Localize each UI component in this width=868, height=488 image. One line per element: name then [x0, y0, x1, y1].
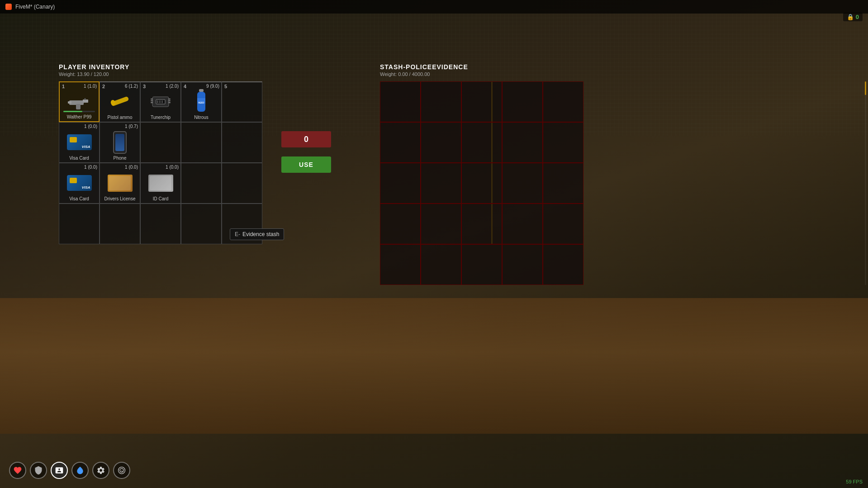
stash-slot-r2-4[interactable]	[502, 122, 543, 163]
stash-slot-r1-5[interactable]	[543, 81, 583, 122]
stash-slot-r3-5[interactable]	[543, 163, 583, 204]
slot-count-visa1: 1 (0.0)	[84, 124, 97, 129]
stash-slot-r1-1[interactable]	[380, 81, 421, 122]
quantity-input[interactable]: 0	[281, 131, 331, 147]
inv-slot-r3-5[interactable]	[222, 163, 262, 204]
svg-rect-12	[151, 99, 153, 99]
tooltip-container: E-Evidence stash	[230, 228, 284, 240]
stash-slot-r5-2[interactable]	[421, 244, 461, 285]
slot-count-phone: 1 (0.7)	[125, 124, 138, 129]
slot-label-phone: Phone	[114, 156, 127, 161]
hotbar-slot-5[interactable]: 5	[222, 81, 262, 122]
hud-o2-icon[interactable]: O₂	[113, 462, 130, 479]
slot-number-3: 3	[143, 84, 146, 89]
slot-label-2: Pistol ammo	[107, 115, 132, 120]
inv-slot-idcard[interactable]: 1 (0.0) ID Card	[140, 163, 181, 204]
drivers-license-icon	[108, 171, 133, 195]
inv-slot-r4-3[interactable]	[140, 204, 181, 244]
stash-slot-r1-3[interactable]	[461, 81, 502, 122]
inv-slot-r2-5[interactable]	[222, 122, 262, 163]
stash-slot-r3-4[interactable]	[502, 163, 543, 204]
hud-shield-icon[interactable]	[30, 462, 47, 479]
hotbar-slot-1[interactable]: 1 1 (1.0) Walther P99	[59, 81, 100, 122]
stash-slot-r4-3[interactable]	[461, 204, 502, 244]
ammo-icon	[108, 89, 133, 114]
stash-slot-r1-4[interactable]	[502, 81, 543, 122]
stash-slot-r3-3[interactable]	[461, 163, 502, 204]
svg-rect-1	[83, 99, 88, 103]
slot-label-idcard: ID Card	[153, 196, 168, 201]
hud-settings-icon[interactable]	[92, 462, 109, 479]
stash-slot-r3-2[interactable]	[421, 163, 461, 204]
stash-row-1	[380, 81, 863, 122]
hotbar-slot-3[interactable]: 3 1 (2.0) Tunerchip	[140, 81, 181, 122]
slot-count-3: 1 (2.0)	[166, 84, 179, 89]
stash-row-4	[380, 204, 863, 244]
stash-slot-r5-1[interactable]	[380, 244, 421, 285]
inv-slot-visa-1[interactable]: 1 (0.0) VISA Visa Card	[59, 122, 100, 163]
phone-icon	[108, 130, 133, 155]
hud-id-badge-icon[interactable]	[51, 462, 68, 479]
stash-slot-r4-2[interactable]	[421, 204, 461, 244]
stash-slot-r1-2[interactable]	[421, 81, 461, 122]
hud-droplet-icon[interactable]	[71, 462, 89, 479]
slot-count-license: 1 (0.0)	[125, 165, 138, 170]
svg-text:O₂: O₂	[120, 470, 123, 472]
slot-label-visa1: Visa Card	[69, 156, 89, 161]
slot-label-license: Drivers License	[104, 196, 136, 201]
stash-slot-r2-3[interactable]	[461, 122, 502, 163]
title-bar: FiveM* (Canary)	[0, 0, 868, 14]
hotbar-slot-2[interactable]: 2 6 (1.2) Pistol ammo	[100, 81, 140, 122]
inv-slot-r4-1[interactable]	[59, 204, 100, 244]
fps-counter: 59 FPS	[846, 479, 863, 484]
hud-health-icon[interactable]	[9, 462, 26, 479]
inv-slot-r3-4[interactable]	[181, 163, 222, 204]
stash-slot-r4-5[interactable]	[543, 204, 583, 244]
stash-slot-r2-1[interactable]	[380, 122, 421, 163]
tooltip: E-Evidence stash	[230, 228, 284, 240]
slot-label-4: Nitrous	[194, 115, 209, 120]
svg-rect-16	[168, 100, 171, 101]
inv-slot-r2-3[interactable]	[140, 122, 181, 163]
inv-slot-r4-4[interactable]	[181, 204, 222, 244]
stash-scrollbar	[865, 81, 866, 285]
stash-slot-r5-4[interactable]	[502, 244, 543, 285]
stash-slot-r2-2[interactable]	[421, 122, 461, 163]
stash-inventory-title: STASH-POLICEEVIDENCE	[380, 63, 863, 71]
svg-rect-14	[151, 102, 153, 103]
slot-count-4: 9 (9.0)	[206, 84, 219, 89]
stash-scrollbar-thumb	[865, 81, 866, 95]
svg-rect-11	[161, 100, 163, 103]
slot-number-1: 1	[62, 84, 65, 89]
slot-number-5: 5	[224, 84, 227, 89]
gun-progress-fill	[63, 111, 82, 112]
slot-label-3: Tunerchip	[151, 115, 171, 120]
tooltip-key: E-	[235, 231, 240, 237]
stash-slot-r2-5[interactable]	[543, 122, 583, 163]
id-card-icon	[148, 171, 173, 195]
inv-slot-license[interactable]: 1 (0.0) Drivers License	[100, 163, 140, 204]
inv-slot-phone[interactable]: 1 (0.7) Phone	[100, 122, 140, 163]
inv-slot-visa-2[interactable]: 1 (0.0) VISA Visa Card	[59, 163, 100, 204]
stash-row-3	[380, 163, 863, 204]
inv-slot-r4-2[interactable]	[100, 204, 140, 244]
window-title: FiveM* (Canary)	[15, 4, 55, 10]
use-button[interactable]: USE	[281, 156, 331, 173]
inv-slot-r2-4[interactable]	[181, 122, 222, 163]
slot-label-visa2: Visa Card	[69, 196, 89, 201]
svg-rect-9	[157, 100, 158, 103]
stash-slot-r5-3[interactable]	[461, 244, 502, 285]
stash-row-2	[380, 122, 863, 163]
svg-rect-2	[76, 104, 81, 109]
stash-slot-r4-1[interactable]	[380, 204, 421, 244]
bg-desk	[0, 298, 868, 434]
stash-slot-r3-1[interactable]	[380, 163, 421, 204]
stash-slot-r5-5[interactable]	[543, 244, 583, 285]
stash-row-5	[380, 244, 863, 285]
slot-count-1: 1 (1.0)	[84, 84, 97, 89]
svg-rect-3	[68, 101, 71, 104]
hotbar-slot-4[interactable]: 4 9 (9.0) N2O Nitrous	[181, 81, 222, 122]
stash-slot-r4-4[interactable]	[502, 204, 543, 244]
fivem-logo-icon	[5, 3, 13, 11]
nitrous-icon: N2O	[189, 89, 214, 114]
